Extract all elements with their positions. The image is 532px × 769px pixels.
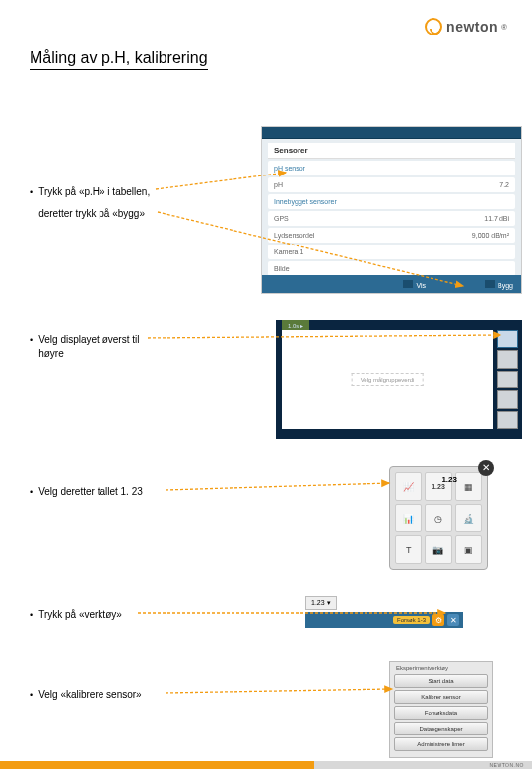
- logo-swirl-icon: [425, 18, 442, 35]
- bygg-button[interactable]: Bygg: [485, 280, 513, 289]
- bullet-icon: •: [30, 485, 33, 499]
- footer-bar: NEWTON.NO: [0, 761, 532, 769]
- close-icon[interactable]: ✕: [478, 460, 494, 476]
- table-icon[interactable]: ▦: [455, 472, 482, 501]
- table-row[interactable]: Bilde: [268, 261, 515, 276]
- page-title: Måling av p.H, kalibrering: [30, 49, 208, 70]
- layout-panel: [497, 330, 518, 429]
- placeholder-text: Velg målgruppeverdi: [352, 373, 424, 386]
- value-123: 1.23: [441, 475, 457, 484]
- instruction-text: Trykk på «verktøy»: [38, 608, 122, 622]
- instruction-step-1: • Trykk på «p.H» i tabellen, deretter tr…: [30, 185, 150, 221]
- graph-icon[interactable]: 📈: [395, 472, 422, 501]
- footer-orange-segment: [0, 761, 314, 769]
- folder-icon: [403, 280, 413, 288]
- instruction-step-5: • Velg «kalibrere sensor»: [30, 688, 142, 702]
- screenshot-experiment-menu: Eksperimentverktøy Start data Kalibrer s…: [389, 661, 493, 758]
- layout-option[interactable]: [497, 390, 518, 408]
- scope-icon[interactable]: 🔬: [455, 504, 482, 532]
- toolbar-bar: Forsøk 1-3 ⚙ ✕: [305, 612, 463, 628]
- gear-icon[interactable]: ⚙: [432, 614, 444, 626]
- menu-item-admin[interactable]: Administrere limer: [394, 737, 488, 751]
- media-icon[interactable]: ▣: [455, 535, 482, 564]
- canvas-area: Velg målgruppeverdi: [282, 330, 493, 429]
- screenshot-toolbar: 1.23 ▾ Forsøk 1-3 ⚙ ✕: [305, 592, 463, 628]
- screenshot-tool-palette: ✕ 1.23 📈 1.23 ▦ 📊 ◷ 🔬 T 📷 ▣: [389, 466, 488, 570]
- table-row-ph[interactable]: pH7.2: [268, 177, 515, 192]
- layout-option[interactable]: [497, 411, 518, 429]
- bullet-icon: •: [30, 333, 33, 347]
- chart-icon[interactable]: 📊: [395, 504, 422, 532]
- instruction-step-4: • Trykk på «verktøy»: [30, 608, 122, 622]
- instruction-step-2: • Velg displayet øverst til høyre: [30, 333, 139, 361]
- logo-text: newton: [446, 19, 498, 35]
- table-row[interactable]: GPS11.7 dBi: [268, 211, 515, 226]
- logo: newton ®: [425, 18, 507, 35]
- table-row[interactable]: pH sensor: [268, 161, 515, 175]
- layout-option[interactable]: [497, 350, 518, 368]
- footer-url: NEWTON.NO: [489, 762, 524, 768]
- menu-item-kalibrer[interactable]: Kalibrer sensor: [394, 690, 488, 704]
- app-titlebar: [262, 127, 521, 139]
- screenshot-sensor-table: Sensorer pH sensor pH7.2 Innebygget sens…: [261, 126, 522, 294]
- camera-icon[interactable]: 📷: [425, 535, 451, 564]
- clock-icon[interactable]: ◷: [425, 504, 451, 532]
- layout-option-top-right[interactable]: [497, 330, 518, 348]
- table-header: Sensorer: [268, 143, 515, 159]
- menu-item-start[interactable]: Start data: [394, 674, 488, 688]
- bullet-icon: •: [30, 185, 33, 199]
- svg-line-3: [166, 483, 389, 490]
- svg-line-5: [166, 689, 392, 693]
- menu-title: Eksperimentverktøy: [394, 665, 488, 671]
- menu-item-dataegen[interactable]: Dataegenskaper: [394, 722, 488, 735]
- instruction-text: Velg deretter tallet 1. 23: [38, 485, 143, 499]
- bullet-icon: •: [30, 688, 33, 702]
- footer-grey-segment: NEWTON.NO: [314, 761, 532, 769]
- instruction-text: Trykk på «p.H» i tabellen, deretter tryk…: [38, 185, 150, 221]
- instruction-text: Velg displayet øverst til høyre: [38, 333, 139, 361]
- instruction-text: Velg «kalibrere sensor»: [38, 688, 142, 702]
- table-row[interactable]: Kamera 1: [268, 245, 515, 259]
- tools-icon[interactable]: ✕: [447, 614, 459, 626]
- table-row[interactable]: Innebygget sensorer: [268, 194, 515, 209]
- layout-option[interactable]: [497, 371, 518, 388]
- bottom-toolbar: Vis Bygg: [262, 275, 521, 293]
- table-row[interactable]: Lydsensordel9,000 dB/m²: [268, 228, 515, 243]
- menu-item-forsok[interactable]: Forsøksdata: [394, 706, 488, 720]
- text-icon[interactable]: T: [395, 535, 422, 564]
- value-dropdown[interactable]: 1.23 ▾: [305, 596, 337, 610]
- folder-icon: [485, 280, 495, 288]
- bullet-icon: •: [30, 608, 33, 622]
- show-button[interactable]: Vis: [403, 280, 426, 289]
- instruction-step-3: • Velg deretter tallet 1. 23: [30, 485, 143, 499]
- registered-mark: ®: [501, 23, 507, 32]
- screenshot-display-select: 1.0s ▸ Velg målgruppeverdi: [276, 320, 522, 439]
- run-chip[interactable]: Forsøk 1-3: [393, 616, 430, 624]
